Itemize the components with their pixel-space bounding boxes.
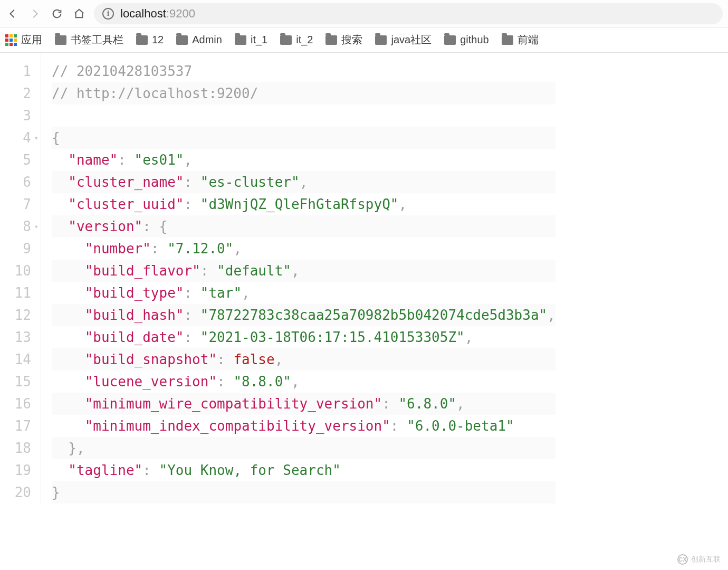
- bookmark-folder[interactable]: 12: [136, 34, 164, 46]
- line-number: 11: [0, 282, 31, 304]
- folder-icon: [235, 35, 246, 45]
- code-line: "build_snapshot": false,: [52, 348, 555, 370]
- bookmark-folder[interactable]: github: [444, 34, 489, 46]
- address-text: localhost:9200: [120, 7, 195, 21]
- bookmark-label: github: [460, 34, 489, 46]
- line-number: 19: [0, 459, 31, 481]
- code-line: "number": "7.12.0",: [52, 238, 555, 260]
- folder-icon: [176, 35, 188, 45]
- code-line: // http://localhost:9200/: [52, 82, 555, 104]
- bookmark-label: it_1: [251, 34, 267, 46]
- code-line: "name": "es01",: [52, 149, 555, 171]
- reload-button[interactable]: [50, 6, 64, 21]
- watermark-icon: CX: [677, 554, 688, 565]
- code-content: // 20210428103537// http://localhost:920…: [41, 53, 555, 504]
- bookmark-label: it_2: [296, 34, 313, 46]
- bookmark-label: 书签工具栏: [71, 33, 123, 47]
- apps-label: 应用: [21, 33, 42, 47]
- folder-icon: [55, 35, 66, 45]
- line-number: 14: [0, 348, 31, 370]
- home-button[interactable]: [72, 6, 87, 21]
- line-number: 20: [0, 481, 31, 504]
- apps-icon: [5, 34, 17, 46]
- line-number: 8: [0, 215, 31, 238]
- bookmark-label: 前端: [518, 33, 539, 47]
- folder-icon: [280, 35, 292, 45]
- line-number: 13: [0, 326, 31, 348]
- code-line: "build_flavor": "default",: [52, 260, 555, 282]
- bookmark-folder[interactable]: it_2: [280, 34, 313, 46]
- line-number: 7: [0, 193, 31, 215]
- code-line: },: [52, 437, 555, 459]
- bookmark-label: Admin: [192, 34, 222, 46]
- code-line: }: [52, 481, 555, 504]
- line-number: 18: [0, 437, 31, 459]
- line-number: 9: [0, 238, 31, 260]
- watermark: CX 创新互联: [677, 554, 721, 565]
- bookmark-folder[interactable]: 前端: [502, 33, 539, 47]
- line-number-gutter: 1234567891011121314151617181920: [0, 53, 41, 504]
- code-line: "cluster_uuid": "d3WnjQZ_QleFhGtaRfspyQ"…: [52, 193, 555, 215]
- folder-icon: [502, 35, 513, 45]
- bookmark-folder[interactable]: 搜索: [325, 33, 362, 47]
- folder-icon: [136, 35, 148, 45]
- watermark-text: 创新互联: [691, 555, 721, 564]
- code-line: "lucene_version": "8.8.0",: [52, 370, 555, 393]
- code-line: "minimum_wire_compatibility_version": "6…: [52, 393, 555, 415]
- line-number: 12: [0, 304, 31, 326]
- line-number: 2: [0, 82, 31, 104]
- line-number: 10: [0, 260, 31, 282]
- code-line: "cluster_name": "es-cluster",: [52, 171, 555, 193]
- bookmark-folder[interactable]: java社区: [375, 33, 432, 47]
- folder-icon: [444, 35, 456, 45]
- address-bar[interactable]: i localhost:9200: [94, 3, 723, 24]
- back-button[interactable]: [5, 6, 20, 21]
- line-number: 16: [0, 393, 31, 415]
- line-number: 4: [0, 127, 31, 149]
- line-number: 5: [0, 149, 31, 171]
- line-number: 1: [0, 60, 31, 82]
- bookmark-label: java社区: [391, 33, 432, 47]
- code-line: "build_date": "2021-03-18T06:17:15.41015…: [52, 326, 555, 348]
- site-info-icon[interactable]: i: [102, 8, 114, 20]
- bookmark-label: 12: [152, 34, 164, 46]
- line-number: 6: [0, 171, 31, 193]
- code-line: [52, 104, 555, 127]
- bookmark-folder[interactable]: it_1: [235, 34, 267, 46]
- code-line: // 20210428103537: [52, 60, 555, 82]
- code-line: "build_type": "tar",: [52, 282, 555, 304]
- folder-icon: [375, 35, 387, 45]
- code-line: "minimum_index_compatibility_version": "…: [52, 415, 555, 437]
- apps-button[interactable]: 应用: [5, 33, 42, 47]
- line-number: 3: [0, 104, 31, 127]
- forward-button[interactable]: [27, 6, 42, 21]
- browser-toolbar: i localhost:9200: [0, 0, 728, 27]
- code-line: "version": {: [52, 215, 555, 238]
- code-line: {: [52, 127, 555, 149]
- code-line: "build_hash": "78722783c38caa25a70982b5b…: [52, 304, 555, 326]
- folder-icon: [325, 35, 337, 45]
- line-number: 15: [0, 370, 31, 393]
- json-viewer: 1234567891011121314151617181920 // 20210…: [0, 53, 728, 504]
- bookmark-label: 搜索: [341, 33, 362, 47]
- code-line: "tagline": "You Know, for Search": [52, 459, 555, 481]
- bookmarks-bar: 应用 书签工具栏12Adminit_1it_2搜索java社区github前端: [0, 27, 728, 53]
- bookmark-folder[interactable]: Admin: [176, 34, 222, 46]
- line-number: 17: [0, 415, 31, 437]
- bookmark-folder[interactable]: 书签工具栏: [55, 33, 123, 47]
